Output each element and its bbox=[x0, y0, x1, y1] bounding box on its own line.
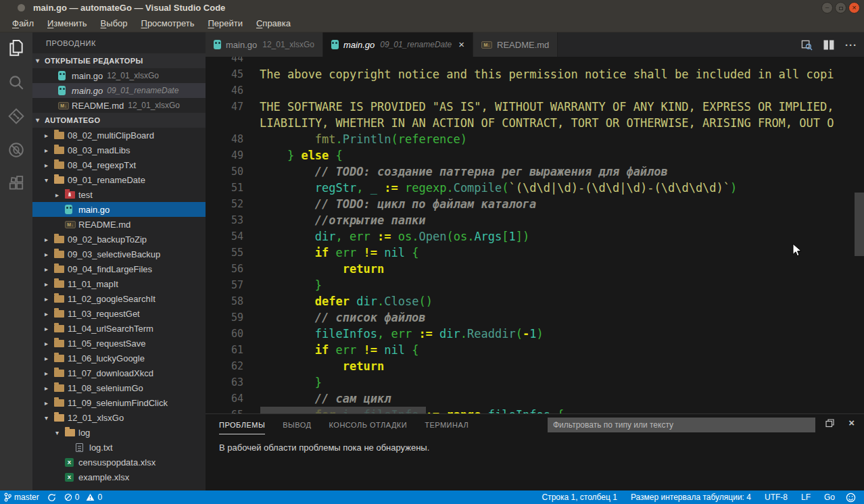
tree-item[interactable]: ▸09_04_findLargeFiles bbox=[32, 261, 206, 276]
vertical-scrollbar[interactable] bbox=[855, 193, 864, 256]
close-panel-icon[interactable]: × bbox=[848, 417, 855, 428]
tree-item[interactable]: ▸09_02_backupToZip bbox=[32, 232, 206, 247]
code-line[interactable]: 48fmt.Println(reference) bbox=[206, 131, 864, 147]
code-line[interactable]: 62return bbox=[206, 358, 864, 374]
menu-item[interactable]: Справка bbox=[249, 15, 297, 32]
problems-status[interactable]: 0 0 bbox=[60, 490, 106, 504]
status-item[interactable]: LF bbox=[794, 493, 817, 502]
git-branch-status[interactable]: master bbox=[0, 490, 43, 504]
split-editor-icon[interactable] bbox=[823, 40, 834, 50]
close-button[interactable]: × bbox=[848, 2, 860, 14]
open-editor-item[interactable]: M↓README.md12_01_xlsxGo bbox=[32, 98, 206, 113]
tree-item[interactable]: ▸08_02_multiClipBoard bbox=[32, 128, 206, 143]
editor-tab[interactable]: main.go12_01_xlsxGo bbox=[206, 32, 323, 57]
status-item[interactable]: Строка 1, столбец 1 bbox=[535, 493, 623, 502]
explorer-icon[interactable] bbox=[7, 39, 26, 58]
tree-item[interactable]: main.go bbox=[32, 202, 206, 217]
open-preview-icon[interactable] bbox=[801, 39, 813, 51]
tree-item-label: main.go bbox=[78, 205, 110, 215]
code-line[interactable]: 55if err != nil { bbox=[206, 245, 864, 261]
editor-tab[interactable]: main.go09_01_renameDate× bbox=[323, 32, 473, 57]
code-editor[interactable]: 4445The above copyright notice and this … bbox=[206, 57, 864, 413]
code-line[interactable]: 44 bbox=[206, 57, 864, 66]
code-line[interactable]: 50// TODO: создание паттерна рег выражен… bbox=[206, 163, 864, 180]
maximize-button[interactable] bbox=[835, 2, 846, 14]
tree-item[interactable]: ▸08_03_madLibs bbox=[32, 143, 206, 157]
menu-item[interactable]: Изменить bbox=[41, 15, 94, 32]
tree-item[interactable]: ▸09_03_selectiveBackup bbox=[32, 247, 206, 261]
tree-item[interactable]: ▾09_01_renameDate bbox=[32, 172, 206, 187]
panel-tab[interactable]: ТЕРМИНАЛ bbox=[425, 415, 469, 434]
code-line[interactable]: 61if err != nil { bbox=[206, 342, 864, 358]
tree-item[interactable]: log.txt bbox=[32, 440, 206, 455]
search-icon[interactable] bbox=[7, 73, 26, 92]
tree-item[interactable]: ▸11_06_luckyGoogle bbox=[32, 351, 206, 366]
tree-item[interactable]: Xcensuspopdata.xlsx bbox=[32, 455, 206, 470]
chevron-down-icon: ▾ bbox=[36, 53, 45, 68]
status-item[interactable]: Размер интервала табуляции: 4 bbox=[624, 493, 758, 502]
tree-item[interactable]: ▸11_02_googleSearchIt bbox=[32, 291, 206, 306]
horizontal-scrollbar[interactable] bbox=[260, 407, 426, 413]
tree-item[interactable]: ▸11_01_mapIt bbox=[32, 276, 206, 291]
code-line[interactable]: 54dir, err := os.Open(os.Args[1]) bbox=[206, 228, 864, 245]
debug-icon[interactable] bbox=[7, 141, 26, 159]
code-line[interactable]: 45The above copyright notice and this pe… bbox=[206, 66, 864, 82]
menu-item[interactable]: Выбор bbox=[94, 15, 135, 32]
tree-item[interactable]: ▸11_03_requestGet bbox=[32, 306, 206, 321]
code-line[interactable]: 63} bbox=[206, 374, 864, 390]
line-number: 56 bbox=[206, 261, 243, 277]
open-editors-header[interactable]: ▾ ОТКРЫТЫЕ РЕДАКТОРЫ bbox=[32, 53, 206, 68]
open-editor-item[interactable]: main.go12_01_xlsxGo bbox=[32, 68, 206, 83]
tree-item[interactable]: ▸11_07_downloadXkcd bbox=[32, 366, 206, 380]
source-control-icon[interactable] bbox=[7, 107, 26, 126]
line-text: defer dir.Close() bbox=[243, 293, 433, 309]
sync-button[interactable] bbox=[43, 490, 60, 504]
line-text bbox=[243, 57, 260, 66]
line-number: 59 bbox=[206, 309, 243, 326]
code-line[interactable]: LIABILITY, WHETHER IN AN ACTION OF CONTR… bbox=[206, 115, 864, 131]
tree-item[interactable]: ▾12_01_xlsxGo bbox=[32, 410, 206, 425]
open-editor-item[interactable]: main.go09_01_renameDate bbox=[32, 83, 206, 98]
code-line[interactable]: 47THE SOFTWARE IS PROVIDED "AS IS", WITH… bbox=[206, 99, 864, 115]
tree-item-label: README.md bbox=[78, 220, 130, 230]
close-icon[interactable]: × bbox=[458, 40, 464, 49]
maximize-panel-icon[interactable] bbox=[825, 418, 834, 430]
tree-item[interactable]: ▾log bbox=[32, 425, 206, 440]
folder-open-icon bbox=[54, 414, 68, 422]
project-header[interactable]: ▾ AUTOMATEGO bbox=[32, 113, 206, 128]
code-line[interactable]: 58defer dir.Close() bbox=[206, 293, 864, 309]
more-actions-icon[interactable]: ··· bbox=[845, 39, 857, 51]
tree-item[interactable]: Xexample.xlsx bbox=[32, 470, 206, 484]
status-item[interactable]: UTF-8 bbox=[758, 493, 794, 502]
code-line[interactable]: 57} bbox=[206, 277, 864, 293]
editor-tab[interactable]: M↓README.md bbox=[473, 32, 558, 57]
code-line[interactable]: 53//открытие папки bbox=[206, 212, 864, 228]
panel-tab[interactable]: ПРОБЛЕМЫ bbox=[219, 415, 265, 434]
code-line[interactable]: 64// сам цикл bbox=[206, 390, 864, 407]
tree-item[interactable]: ▸11_08_seleniumGo bbox=[32, 380, 206, 395]
menu-item[interactable]: Перейти bbox=[201, 15, 249, 32]
extensions-icon[interactable] bbox=[7, 174, 26, 193]
code-line[interactable]: 49} else { bbox=[206, 147, 864, 163]
tree-item[interactable]: ▸11_09_seleniumFindClick bbox=[32, 395, 206, 410]
status-item[interactable]: Go bbox=[817, 493, 842, 502]
tree-item[interactable]: ▸11_05_requestSave bbox=[32, 336, 206, 351]
minimize-button[interactable]: − bbox=[821, 2, 833, 14]
code-line[interactable]: 59// список файлов bbox=[206, 309, 864, 326]
menu-item[interactable]: Файл bbox=[5, 15, 41, 32]
folder-icon bbox=[54, 161, 68, 169]
code-line[interactable]: 46 bbox=[206, 82, 864, 99]
panel-tab[interactable]: КОНСОЛЬ ОТЛАДКИ bbox=[329, 415, 408, 434]
tree-item[interactable]: ▸08_04_regexpTxt bbox=[32, 157, 206, 172]
menu-item[interactable]: Просмотреть bbox=[135, 15, 201, 32]
problems-filter-input[interactable] bbox=[548, 418, 815, 432]
code-line[interactable]: 51regStr, _ := regexp.Compile(`(\d\d|\d)… bbox=[206, 180, 864, 196]
tree-item[interactable]: ▸11_04_urlSearchTerm bbox=[32, 321, 206, 336]
code-line[interactable]: 60fileInfos, err := dir.Readdir(-1) bbox=[206, 326, 864, 342]
tree-item[interactable]: ▸test bbox=[32, 187, 206, 202]
code-line[interactable]: 52// TODO: цикл по файлам каталога bbox=[206, 196, 864, 212]
panel-tab[interactable]: ВЫВОД bbox=[283, 415, 311, 434]
code-line[interactable]: 56return bbox=[206, 261, 864, 277]
tree-item[interactable]: M↓README.md bbox=[32, 217, 206, 232]
feedback-smiley[interactable] bbox=[842, 490, 864, 504]
